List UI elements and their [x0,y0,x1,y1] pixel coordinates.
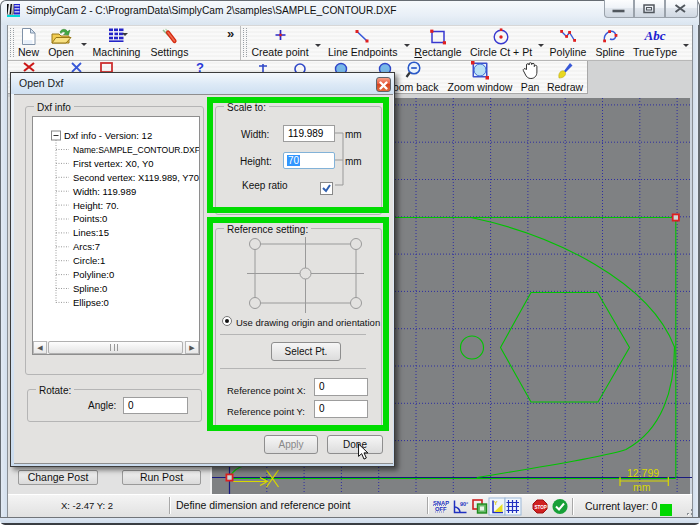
svg-text:Spline:0: Spline:0 [73,283,107,294]
svg-text:12.799: 12.799 [627,467,659,479]
svg-text:Width: 119.989: Width: 119.989 [73,186,136,197]
svg-text:90°: 90° [460,501,468,507]
svg-text:Arcs:7: Arcs:7 [73,241,100,252]
svg-text:mm: mm [633,481,651,493]
svg-text:Points:0: Points:0 [73,213,107,224]
svg-text:Polyline:0: Polyline:0 [73,269,114,280]
svg-text:Height: 70.: Height: 70. [73,200,119,211]
svg-text:First vertex: X0, Y0: First vertex: X0, Y0 [73,158,154,169]
svg-text:Y: Y [494,500,498,506]
svg-text:OFF: OFF [435,506,447,512]
svg-text:SNAP: SNAP [433,500,449,506]
svg-text:STOP: STOP [535,505,547,510]
svg-text:Current layer: 0: Current layer: 0 [585,500,658,512]
svg-text:?: ? [196,61,204,72]
svg-text:Dxf info - Version: 12: Dxf info - Version: 12 [64,130,152,141]
svg-text:Ellipse:0: Ellipse:0 [73,297,109,308]
svg-text:Name:SAMPLE_CONTOUR.DXF: Name:SAMPLE_CONTOUR.DXF [73,144,199,155]
svg-text:Second vertex: X119.989, Y70: Second vertex: X119.989, Y70 [73,172,199,183]
svg-text:Circle:1: Circle:1 [73,255,105,266]
svg-text:Lines:15: Lines:15 [73,227,109,238]
